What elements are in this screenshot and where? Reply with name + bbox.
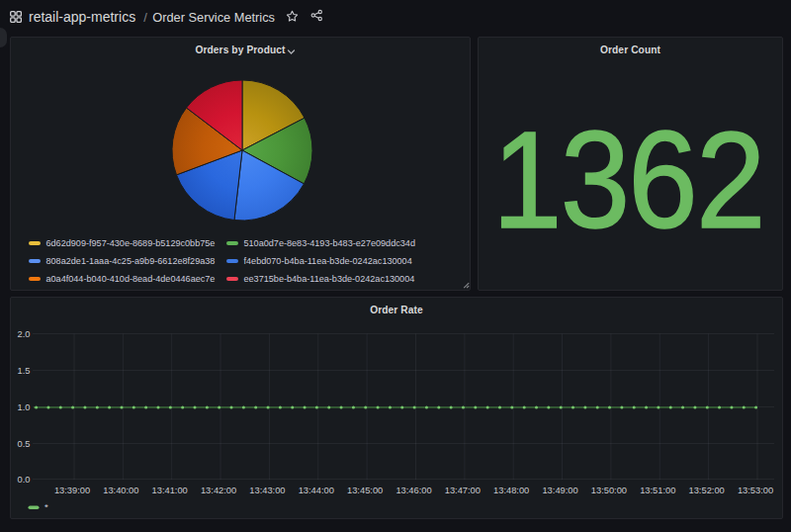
- svg-text:13:40:00: 13:40:00: [103, 486, 138, 495]
- svg-text:13:49:00: 13:49:00: [542, 486, 577, 495]
- svg-text:1.0: 1.0: [18, 402, 31, 412]
- svg-text:13:52:00: 13:52:00: [689, 486, 725, 495]
- svg-text:0.5: 0.5: [18, 439, 31, 449]
- svg-text:13:39:00: 13:39:00: [54, 486, 90, 495]
- svg-text:2.0: 2.0: [18, 329, 31, 339]
- svg-text:13:51:00: 13:51:00: [640, 486, 675, 495]
- svg-text:13:46:00: 13:46:00: [396, 486, 431, 495]
- svg-text:*: *: [44, 501, 48, 512]
- svg-text:0.0: 0.0: [18, 475, 31, 485]
- svg-text:1.5: 1.5: [18, 366, 31, 376]
- svg-text:13:43:00: 13:43:00: [249, 486, 285, 495]
- svg-text:13:48:00: 13:48:00: [493, 486, 529, 495]
- svg-text:13:50:00: 13:50:00: [591, 486, 627, 495]
- svg-text:13:42:00: 13:42:00: [201, 486, 236, 495]
- svg-text:13:47:00: 13:47:00: [445, 486, 481, 495]
- svg-text:13:44:00: 13:44:00: [299, 486, 334, 495]
- svg-text:13:53:00: 13:53:00: [738, 486, 773, 495]
- svg-text:13:45:00: 13:45:00: [347, 486, 383, 495]
- svg-text:13:41:00: 13:41:00: [152, 486, 188, 495]
